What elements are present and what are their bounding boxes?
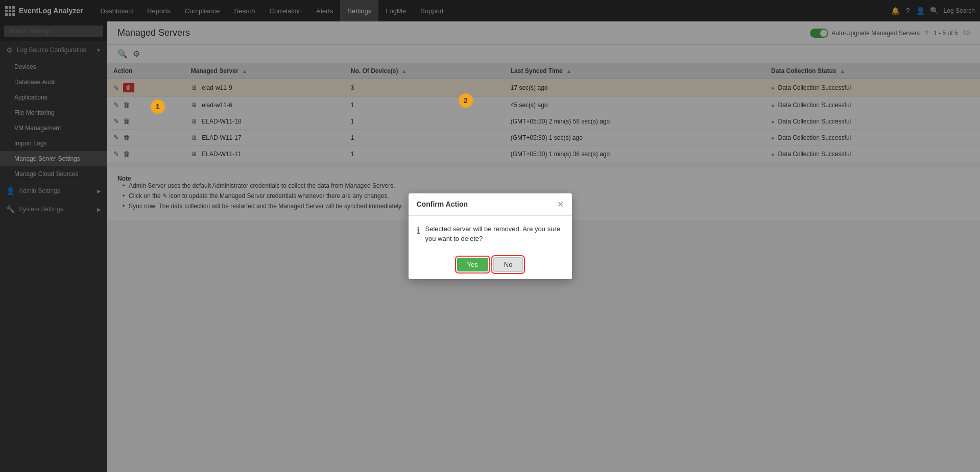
callout-1: 1 [151,100,165,114]
modal-close-button[interactable]: ✕ [557,200,564,209]
modal-header: Confirm Action ✕ [409,193,572,216]
modal-no-button[interactable]: No [493,257,523,272]
modal-body: ℹ Selected server will be removed. Are y… [409,216,572,252]
modal-message: Selected server will be removed. Are you… [425,224,564,244]
confirm-action-modal: Confirm Action ✕ ℹ Selected server will … [409,193,572,279]
modal-info-icon: ℹ [417,225,420,236]
modal-overlay: Confirm Action ✕ ℹ Selected server will … [0,0,980,472]
modal-footer: Yes No [409,252,572,279]
modal-yes-button[interactable]: Yes [457,258,488,271]
callout-2: 2 [459,93,473,108]
modal-title: Confirm Action [417,200,468,208]
